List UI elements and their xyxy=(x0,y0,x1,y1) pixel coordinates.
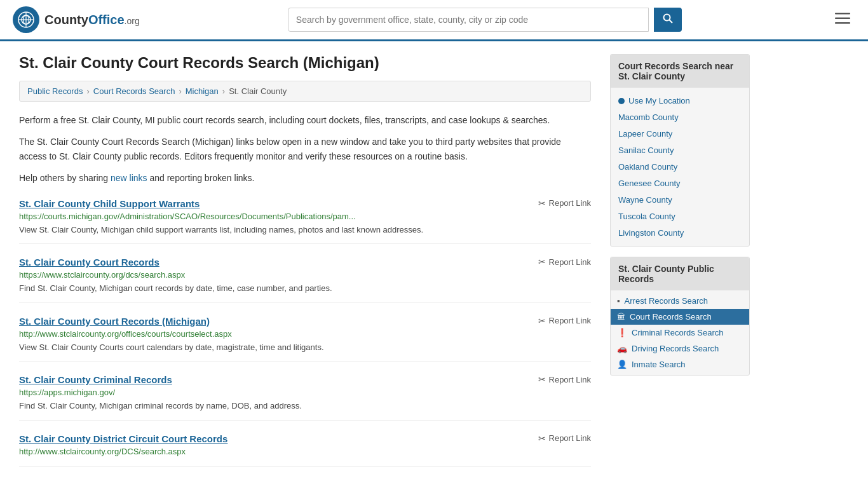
result-desc: View St. Clair County, Michigan child su… xyxy=(19,224,591,236)
site-header: CountyOffice.org xyxy=(0,0,868,41)
pub-record-criminal[interactable]: ❗ Criminal Records Search xyxy=(611,325,749,341)
logo-icon xyxy=(13,6,39,33)
result-title[interactable]: St. Clair County Criminal Records xyxy=(19,374,172,385)
use-my-location-item[interactable]: Use My Location xyxy=(611,93,749,109)
description-2: The St. Clair County Court Records Searc… xyxy=(19,135,591,163)
inmate-icon: 👤 xyxy=(617,360,627,369)
breadcrumb-sep-1: › xyxy=(86,86,89,96)
report-label: Report Link xyxy=(549,316,591,325)
location-dot-icon xyxy=(618,98,625,104)
report-link[interactable]: ✂ Report Link xyxy=(538,198,591,208)
report-label: Report Link xyxy=(549,198,591,208)
result-item: St. Clair County Court Records ✂ Report … xyxy=(19,257,591,303)
report-icon: ✂ xyxy=(538,257,546,267)
search-button[interactable] xyxy=(654,8,682,32)
sidebar-county-item[interactable]: Macomb County xyxy=(611,109,749,125)
description-1: Perform a free St. Clair County, MI publ… xyxy=(19,113,591,127)
results-list: St. Clair County Child Support Warrants … xyxy=(19,198,591,467)
svg-rect-8 xyxy=(835,18,850,20)
breadcrumb-michigan[interactable]: Michigan xyxy=(186,86,219,96)
sidebar-county-link[interactable]: Macomb County xyxy=(618,112,679,122)
pub-record-inmate[interactable]: 👤 Inmate Search xyxy=(611,356,749,372)
pub-record-arrest[interactable]: ▪ Arrest Records Search xyxy=(611,293,749,309)
sidebar-county-link[interactable]: Genesee County xyxy=(618,179,681,188)
public-records-section: St. Clair County Public Records ▪ Arrest… xyxy=(610,257,750,376)
report-link[interactable]: ✂ Report Link xyxy=(538,433,591,444)
description-3-pre: Help others by sharing xyxy=(19,173,111,183)
driving-icon: 🚗 xyxy=(617,344,627,353)
svg-rect-9 xyxy=(835,22,850,24)
report-label: Report Link xyxy=(549,433,591,443)
inmate-link[interactable]: Inmate Search xyxy=(632,360,686,369)
svg-rect-7 xyxy=(835,13,850,15)
sidebar-county-link[interactable]: Lapeer County xyxy=(618,129,672,139)
result-url: https://www.stclaircounty.org/dcs/search… xyxy=(19,270,591,280)
result-url: https://courts.michigan.gov/Administrati… xyxy=(19,212,591,221)
sidebar-county-item[interactable]: Oakland County xyxy=(611,158,749,175)
result-title[interactable]: St. Clair County Court Records (Michigan… xyxy=(19,316,210,327)
report-label: Report Link xyxy=(549,257,591,267)
page-title: St. Clair County Court Records Search (M… xyxy=(19,54,591,72)
report-link[interactable]: ✂ Report Link xyxy=(538,316,591,326)
breadcrumb-current: St. Clair County xyxy=(229,86,287,96)
logo-text: CountyOffice.org xyxy=(44,13,140,27)
sidebar-county-link[interactable]: Oakland County xyxy=(618,162,677,172)
report-link[interactable]: ✂ Report Link xyxy=(538,374,591,384)
arrest-link[interactable]: Arrest Records Search xyxy=(625,296,709,306)
criminal-link[interactable]: Criminal Records Search xyxy=(632,328,724,337)
result-desc: View St. Clair County Courts court calen… xyxy=(19,341,591,354)
result-desc: Find St. Clair County, Michigan criminal… xyxy=(19,400,591,412)
sidebar-county-item[interactable]: Tuscola County xyxy=(611,208,749,224)
sidebar: Court Records Search near St. Clair Coun… xyxy=(610,54,750,480)
sidebar-county-link[interactable]: Livingston County xyxy=(618,228,684,238)
svg-line-6 xyxy=(669,20,672,24)
pub-record-driving[interactable]: 🚗 Driving Records Search xyxy=(611,341,749,356)
court-link[interactable]: Court Records Search xyxy=(630,312,712,322)
nearby-section: Court Records Search near St. Clair Coun… xyxy=(610,54,750,247)
result-title[interactable]: St. Clair County Court Records xyxy=(19,257,159,268)
sidebar-county-item[interactable]: Genesee County xyxy=(611,175,749,191)
pub-record-court[interactable]: 🏛 Court Records Search xyxy=(611,309,749,325)
result-url: https://apps.michigan.gov/ xyxy=(19,388,591,397)
report-icon: ✂ xyxy=(538,198,546,208)
search-input[interactable] xyxy=(288,8,649,32)
nearby-list: Use My Location Macomb County Lapeer Cou… xyxy=(611,88,749,246)
new-links-link[interactable]: new links xyxy=(111,173,147,183)
public-records-list: ▪ Arrest Records Search 🏛 Court Records … xyxy=(611,290,749,375)
breadcrumb-public-records[interactable]: Public Records xyxy=(27,86,83,96)
sidebar-county-item[interactable]: Wayne County xyxy=(611,191,749,208)
report-link[interactable]: ✂ Report Link xyxy=(538,257,591,267)
search-area xyxy=(288,8,682,32)
result-url: http://www.stclaircounty.org/DCS/search.… xyxy=(19,447,591,456)
report-label: Report Link xyxy=(549,375,591,384)
result-header: St. Clair County Court Records ✂ Report … xyxy=(19,257,591,268)
result-header: St. Clair County Court Records (Michigan… xyxy=(19,316,591,327)
menu-button[interactable] xyxy=(830,9,855,30)
result-item: St. Clair County Court Records (Michigan… xyxy=(19,316,591,362)
result-desc: Find St. Clair County, Michigan court re… xyxy=(19,282,591,295)
nearby-title: Court Records Search near St. Clair Coun… xyxy=(611,55,749,88)
sidebar-county-item[interactable]: Livingston County xyxy=(611,224,749,241)
sidebar-county-link[interactable]: Tuscola County xyxy=(618,212,675,221)
sidebar-county-item[interactable]: Lapeer County xyxy=(611,125,749,142)
report-icon: ✂ xyxy=(538,316,546,326)
sidebar-county-link[interactable]: Sanilac County xyxy=(618,146,674,155)
result-item: St. Clair County Criminal Records ✂ Repo… xyxy=(19,374,591,421)
arrest-icon: ▪ xyxy=(617,296,620,306)
result-header: St. Clair County Criminal Records ✂ Repo… xyxy=(19,374,591,385)
description-3: Help others by sharing new links and rep… xyxy=(19,171,591,185)
breadcrumb-court-records[interactable]: Court Records Search xyxy=(93,86,175,96)
sidebar-county-item[interactable]: Sanilac County xyxy=(611,142,749,158)
result-header: St. Clair County Child Support Warrants … xyxy=(19,198,591,209)
criminal-icon: ❗ xyxy=(617,328,627,337)
breadcrumb-sep-2: › xyxy=(179,86,181,96)
result-title[interactable]: St. Clair County District Circuit Court … xyxy=(19,433,227,444)
court-icon: 🏛 xyxy=(617,312,625,322)
use-my-location-link[interactable]: Use My Location xyxy=(628,96,690,105)
driving-link[interactable]: Driving Records Search xyxy=(632,344,719,353)
report-icon: ✂ xyxy=(538,433,546,444)
result-header: St. Clair County District Circuit Court … xyxy=(19,433,591,444)
result-url: http://www.stclaircounty.org/offices/cou… xyxy=(19,329,591,339)
result-title[interactable]: St. Clair County Child Support Warrants xyxy=(19,198,200,209)
sidebar-county-link[interactable]: Wayne County xyxy=(618,195,672,205)
